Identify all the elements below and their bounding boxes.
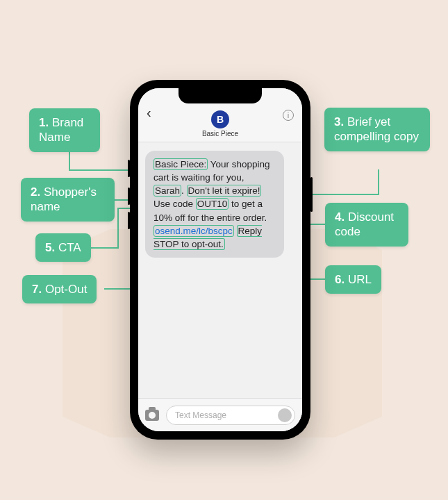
input-placeholder: Text Message [175,410,226,420]
highlight-pitch: Don't let it expire! [187,185,262,197]
callout-cta: 5. CTA [35,233,91,262]
text-message-input[interactable]: Text Message [166,406,295,425]
highlight-url[interactable]: osend.me/lc/bscpc [154,225,234,237]
phone-notch [179,88,262,103]
contact-block[interactable]: B Basic Piece [202,110,238,138]
callout-opt-out: 7. Opt-Out [22,275,97,303]
info-icon[interactable]: i [283,110,294,121]
callout-shopper-name: 2. Shopper's name [21,178,115,222]
avatar: B [211,110,229,128]
chat-footer: Text Message [138,398,302,431]
sms-bubble: Basic Piece: Your shopping cart is waiti… [145,151,284,258]
contact-name: Basic Piece [202,130,238,138]
mic-icon[interactable] [278,408,292,422]
chat-body: Basic Piece: Your shopping cart is waiti… [138,142,302,398]
camera-icon[interactable] [145,410,159,421]
back-chevron-icon[interactable]: ‹ [147,105,151,121]
text-segment: Use code [154,199,196,209]
text-segment: . [181,185,187,196]
callout-discount-code: 4. Discount code [325,203,408,247]
callout-copy: 3. Brief yet compelling copy [324,108,430,151]
callout-url: 6. URL [325,265,381,294]
callout-brand-name: 1. Brand Name [29,108,100,152]
highlight-brand: Basic Piece: [154,158,208,170]
highlight-code: OUT10 [196,198,229,210]
phone-screen: ‹ B Basic Piece i Basic Piece: Your shop… [138,88,302,431]
phone-mockup: ‹ B Basic Piece i Basic Piece: Your shop… [130,80,310,440]
highlight-shopper: Sarah [154,185,181,197]
text-segment [234,226,237,236]
